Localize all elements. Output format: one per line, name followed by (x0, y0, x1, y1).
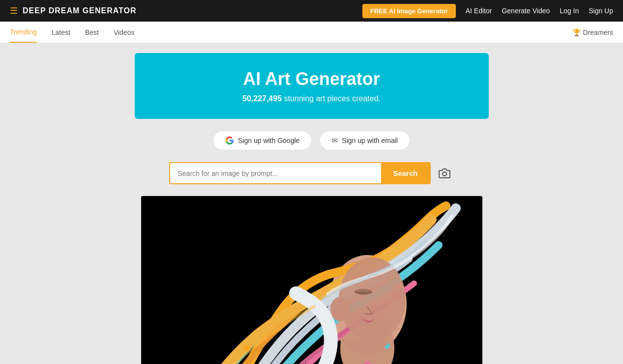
dreamers-label: Dreamers (583, 28, 613, 36)
email-signup-button[interactable]: ✉ Sign up with email (320, 131, 410, 150)
search-button[interactable]: Search (381, 163, 429, 183)
hero-title: AI Art Generator (154, 69, 469, 89)
videos-tab[interactable]: Videos (114, 23, 135, 42)
trending-tab[interactable]: Trending (10, 22, 37, 43)
trophy-icon: 🏆 (572, 28, 581, 36)
hero-subtitle-text: stunning art pieces created. (282, 94, 381, 103)
generate-video-link[interactable]: Generate Video (502, 7, 550, 15)
svg-point-13 (339, 257, 406, 341)
search-container: Search (169, 162, 454, 184)
google-icon (225, 136, 234, 145)
login-link[interactable]: Log In (560, 7, 579, 15)
google-signup-button[interactable]: Sign up with Google (213, 131, 312, 150)
featured-image (141, 196, 482, 364)
search-input-wrapper: Search (169, 162, 431, 184)
ai-editor-link[interactable]: AI Editor (466, 7, 492, 15)
hamburger-icon[interactable]: ☰ (10, 5, 18, 16)
dreamers-link[interactable]: 🏆 Dreamers (572, 28, 613, 36)
hero-banner: AI Art Generator 50,227,495 stunning art… (135, 53, 489, 119)
free-generator-button[interactable]: FREE AI Image Generator (362, 4, 456, 18)
email-icon: ✉ (332, 137, 338, 144)
latest-tab[interactable]: Latest (52, 23, 70, 42)
signup-link[interactable]: Sign Up (589, 7, 613, 15)
email-signup-label: Sign up with email (342, 137, 398, 144)
google-signup-label: Sign up with Google (238, 137, 299, 144)
svg-point-15 (330, 297, 350, 321)
navbar: ☰ DEEP DREAM GENERATOR FREE AI Image Gen… (0, 0, 623, 22)
secondary-nav: Trending Latest Best Videos 🏆 Dreamers (0, 22, 623, 43)
brand-name: DEEP DREAM GENERATOR (23, 6, 137, 15)
hero-subtitle: 50,227,495 stunning art pieces created. (154, 94, 469, 103)
main-content: AI Art Generator 50,227,495 stunning art… (0, 43, 623, 364)
search-input[interactable] (170, 164, 382, 183)
ai-art-svg (141, 196, 482, 364)
camera-icon (439, 168, 450, 179)
navbar-left: ☰ DEEP DREAM GENERATOR (10, 5, 137, 16)
navbar-right: FREE AI Image Generator AI Editor Genera… (362, 4, 613, 18)
best-tab[interactable]: Best (85, 23, 99, 42)
hero-count: 50,227,495 (242, 94, 282, 103)
svg-point-0 (443, 172, 446, 176)
secondary-nav-left: Trending Latest Best Videos (10, 22, 134, 43)
featured-image-inner (141, 196, 482, 364)
camera-search-button[interactable] (435, 164, 454, 183)
signup-buttons: Sign up with Google ✉ Sign up with email (213, 131, 410, 150)
